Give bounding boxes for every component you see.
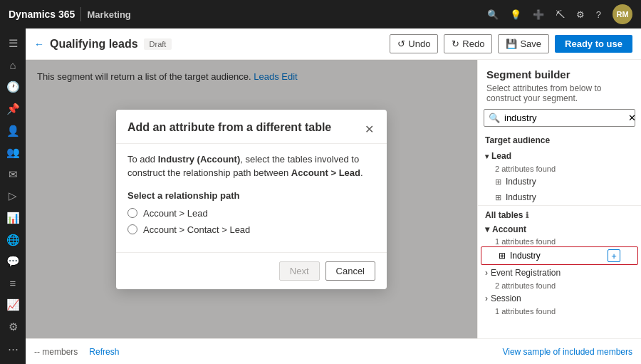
brand-name: Dynamics 365 Marketing xyxy=(9,7,131,21)
footer: -- members Refresh View sample of includ… xyxy=(26,338,641,364)
sidebar-menu-icon[interactable]: ☰ xyxy=(2,34,24,53)
radio-account-contact-lead[interactable] xyxy=(127,224,137,234)
filter-icon[interactable]: ⛏ xyxy=(556,9,565,20)
sidebar-recent-icon[interactable]: 🕐 xyxy=(2,78,24,97)
panel-search-clear[interactable]: ✕ xyxy=(628,113,636,123)
cancel-button[interactable]: Cancel xyxy=(325,261,375,281)
panel-search-icon: 🔍 xyxy=(489,113,500,123)
account-industry-item[interactable]: ⊞ Industry + xyxy=(481,246,638,265)
sidebar-contacts-icon[interactable]: 👥 xyxy=(2,143,24,162)
page-title: Qualifying leads xyxy=(50,38,138,51)
grid-icon-2: ⊞ xyxy=(495,193,501,202)
right-panel: Segment builder Select attributes from b… xyxy=(477,60,641,338)
redo-icon: ↻ xyxy=(452,38,459,49)
sidebar-play-icon[interactable]: ▷ xyxy=(2,187,24,206)
session-section-header[interactable]: › Session xyxy=(478,291,641,306)
sidebar-home-icon[interactable]: ⌂ xyxy=(2,56,24,76)
lead-industry-2[interactable]: ⊞ Industry xyxy=(478,189,641,205)
sidebar-people-icon[interactable]: 👤 xyxy=(2,121,24,140)
ready-button[interactable]: Ready to use xyxy=(555,35,632,53)
search-icon[interactable]: 🔍 xyxy=(487,9,499,20)
modal-dialog: Add an attribute from a different table … xyxy=(116,110,387,289)
redo-button[interactable]: ↻ Redo xyxy=(444,34,492,53)
save-icon: 💾 xyxy=(506,38,517,49)
sidebar-settings2-icon[interactable]: ⚙ xyxy=(2,318,24,337)
radio-option-1[interactable]: Account > Lead xyxy=(127,208,375,219)
panel-subtitle: Select attributes from below to construc… xyxy=(478,83,641,109)
refresh-button[interactable]: Refresh xyxy=(89,347,119,357)
sidebar-pin-icon[interactable]: 📌 xyxy=(2,100,24,119)
sidebar-more-icon[interactable]: ⋯ xyxy=(2,339,24,358)
sidebar: ☰ ⌂ 🕐 📌 👤 👥 ✉ ▷ 📊 🌐 💬 ≡ 📈 ⚙ ⋯ xyxy=(0,28,26,364)
account-chevron: ▾ xyxy=(485,224,489,234)
app-layout: ☰ ⌂ 🕐 📌 👤 👥 ✉ ▷ 📊 🌐 💬 ≡ 📈 ⚙ ⋯ ← Qualifyi… xyxy=(0,28,641,364)
sidebar-email-icon[interactable]: ✉ xyxy=(2,165,24,184)
sidebar-globe-icon[interactable]: 🌐 xyxy=(2,230,24,249)
event-sub-label: 2 attributes found xyxy=(478,281,641,291)
nav-divider xyxy=(80,7,81,21)
lead-industry-1[interactable]: ⊞ Industry xyxy=(478,174,641,189)
sub-header: ← Qualifying leads Draft ↺ Undo ↻ Redo 💾… xyxy=(26,28,641,60)
top-nav-icons: 🔍 💡 ➕ ⛏ ⚙ ? RM xyxy=(487,4,632,24)
lead-sub-label: 2 attributes found xyxy=(478,164,641,174)
all-tables-header: All tables ℹ xyxy=(478,205,641,222)
industry-add-button[interactable]: + xyxy=(608,249,620,262)
lead-section-header[interactable]: ▾ Lead xyxy=(478,148,641,164)
panel-title: Segment builder xyxy=(478,60,641,83)
panel-search-input[interactable] xyxy=(504,113,624,123)
sidebar-analytics-icon[interactable]: 📈 xyxy=(2,296,24,315)
account-sub-label: 1 attributes found xyxy=(478,236,641,246)
undo-icon: ↺ xyxy=(397,38,405,49)
panel-search[interactable]: 🔍 ✕ xyxy=(484,109,635,127)
radio-account-lead[interactable] xyxy=(127,208,137,218)
members-count: -- members xyxy=(34,347,78,357)
session-sub-label: 1 attributes found xyxy=(478,306,641,316)
modal-footer: Next Cancel xyxy=(116,252,387,289)
avatar[interactable]: RM xyxy=(613,4,632,24)
event-section-header[interactable]: › Event Registration xyxy=(478,265,641,281)
account-section-header[interactable]: ▾ Account xyxy=(478,222,641,236)
top-nav: Dynamics 365 Marketing 🔍 💡 ➕ ⛏ ⚙ ? RM xyxy=(0,0,641,28)
radio-option-2[interactable]: Account > Contact > Lead xyxy=(127,224,375,235)
panel-body: Target audience ▾ Lead 2 attributes foun… xyxy=(478,132,641,338)
modal-body: To add Industry (Account), select the ta… xyxy=(116,144,387,252)
modal-title: Add an attribute from a different table xyxy=(127,121,331,134)
grid-icon-1: ⊞ xyxy=(495,177,501,187)
session-chevron: › xyxy=(485,293,488,303)
draft-badge: Draft xyxy=(144,38,172,50)
info-icon: ℹ xyxy=(526,211,528,220)
undo-button[interactable]: ↺ Undo xyxy=(390,34,438,53)
main-content: This segment will return a list of the t… xyxy=(26,60,641,338)
event-chevron: › xyxy=(485,268,488,278)
lead-chevron: ▾ xyxy=(485,152,489,160)
sidebar-chart-icon[interactable]: 📊 xyxy=(2,209,24,228)
sub-header-actions: ↺ Undo ↻ Redo 💾 Save Ready to use xyxy=(390,34,632,53)
content-area: ← Qualifying leads Draft ↺ Undo ↻ Redo 💾… xyxy=(26,28,641,364)
canvas-area: This segment will return a list of the t… xyxy=(26,60,477,338)
help-icon[interactable]: ? xyxy=(596,9,601,20)
module-name: Marketing xyxy=(87,9,130,20)
modal-close-button[interactable]: ✕ xyxy=(363,121,375,137)
modal-header: Add an attribute from a different table … xyxy=(116,110,387,144)
save-button[interactable]: 💾 Save xyxy=(498,34,549,53)
modal-description: To add Industry (Account), select the ta… xyxy=(127,152,375,180)
rel-path-label: Select a relationship path xyxy=(127,190,375,201)
notification-icon[interactable]: 💡 xyxy=(510,9,521,20)
grid-icon-account: ⊞ xyxy=(499,251,506,261)
sidebar-list-icon[interactable]: ≡ xyxy=(2,274,24,293)
next-button[interactable]: Next xyxy=(279,261,320,281)
view-sample-link[interactable]: View sample of included members xyxy=(502,347,632,357)
modal-overlay: Add an attribute from a different table … xyxy=(26,60,477,338)
target-audience-header: Target audience xyxy=(478,132,641,148)
add-icon[interactable]: ➕ xyxy=(533,9,544,20)
sidebar-message-icon[interactable]: 💬 xyxy=(2,252,24,271)
settings-icon[interactable]: ⚙ xyxy=(576,9,585,20)
back-button[interactable]: ← xyxy=(34,38,44,50)
